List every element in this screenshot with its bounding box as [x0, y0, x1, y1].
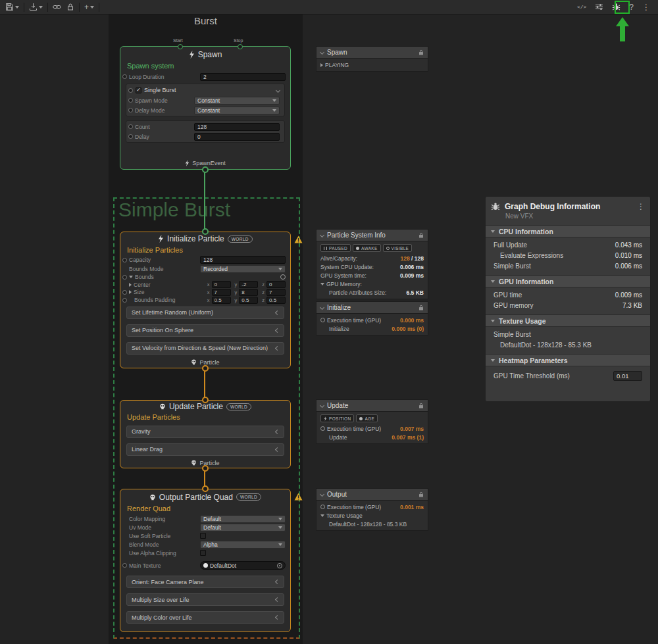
port-dot[interactable] [128, 134, 133, 139]
size-x-field[interactable] [212, 289, 231, 296]
single-burst-checkbox[interactable]: ✓ [136, 87, 141, 93]
psi-header[interactable]: Particle System Info [316, 229, 428, 241]
delay-mode-dropdown[interactable]: Constant [194, 107, 280, 114]
alpha-clipping-checkbox[interactable] [200, 550, 206, 556]
fold-open-icon[interactable] [491, 320, 495, 322]
single-burst-block[interactable]: ✓ Single Burst Spawn Mode Constant Delay… [126, 84, 285, 116]
fold-open-icon[interactable] [491, 230, 495, 233]
fold-open-icon[interactable] [320, 514, 324, 517]
fold-icon[interactable] [320, 233, 324, 237]
update-input-port[interactable] [202, 397, 209, 403]
output-input-port[interactable] [202, 485, 209, 492]
chevron-left-icon[interactable] [275, 597, 280, 602]
initialize-debug-header[interactable]: Initialize [316, 301, 428, 314]
update-node[interactable]: Update Particle WORLD Update Particles G… [120, 400, 291, 468]
texture-usage-section[interactable]: Texture Usage [486, 314, 650, 327]
space-badge[interactable]: WORLD [228, 235, 253, 243]
center-z-field[interactable] [266, 281, 286, 288]
lock-icon[interactable] [418, 49, 424, 55]
center-x-field[interactable] [212, 281, 231, 288]
spawn-node[interactable]: Start Stop Spawn Spawn system Loop Durat… [120, 46, 291, 170]
size-z-field[interactable] [266, 289, 286, 296]
system-group-label[interactable]: Simple Burst [118, 199, 230, 221]
fold-open-icon[interactable] [491, 280, 495, 283]
output-node[interactable]: Output Particle Quad WORLD Render Quad C… [120, 489, 291, 632]
control-settings-button[interactable] [592, 1, 606, 13]
chevron-left-icon[interactable] [275, 429, 280, 433]
block-set-position[interactable]: Set Position On Sphere [126, 324, 284, 337]
space-badge[interactable]: WORLD [236, 493, 261, 501]
lock-icon[interactable] [418, 232, 424, 238]
lock-icon[interactable] [418, 403, 424, 409]
count-field[interactable] [194, 123, 280, 131]
output-debug-header[interactable]: Output [316, 488, 428, 501]
block-multiply-color[interactable]: Multiply Color over Life [126, 611, 284, 624]
menu-button[interactable]: ⋮ [640, 1, 653, 13]
edge-spawn-initialize[interactable] [204, 170, 205, 232]
chevron-down-icon[interactable] [276, 87, 280, 92]
port-dot[interactable] [128, 98, 133, 103]
add-button[interactable]: + [82, 1, 97, 13]
attach-button[interactable] [50, 1, 64, 13]
port-dot[interactable] [122, 290, 127, 295]
port-dot[interactable] [128, 88, 133, 93]
chevron-left-icon[interactable] [275, 447, 280, 451]
port-dot[interactable] [128, 124, 133, 129]
padding-y-field[interactable] [239, 297, 258, 304]
bounds-record-icon[interactable] [280, 274, 286, 280]
update-output-port[interactable] [202, 465, 209, 472]
gpu-time-threshold-field[interactable] [613, 371, 642, 381]
object-picker-icon[interactable] [277, 563, 282, 568]
bounds-mode-dropdown[interactable]: Recorded [200, 265, 286, 273]
loop-duration-field[interactable] [200, 73, 286, 81]
space-badge[interactable]: WORLD [226, 403, 251, 410]
fold-icon[interactable] [320, 403, 324, 408]
chevron-left-icon[interactable] [275, 580, 280, 584]
block-linear-drag[interactable]: Linear Drag [126, 443, 284, 456]
port-dot[interactable] [122, 298, 127, 303]
chevron-left-icon[interactable] [275, 328, 280, 333]
block-orient[interactable]: Orient: Face Camera Plane [126, 576, 284, 588]
edge-initialize-update[interactable] [204, 368, 205, 401]
spawn-output-port[interactable] [202, 166, 209, 173]
fold-open-icon[interactable] [129, 276, 133, 278]
cpu-information-section[interactable]: CPU Information [486, 225, 650, 237]
fold-icon[interactable] [320, 492, 324, 497]
warning-icon[interactable] [294, 235, 303, 243]
capacity-field[interactable] [200, 256, 286, 264]
chevron-left-icon[interactable] [275, 310, 280, 315]
lock-button[interactable] [64, 1, 77, 13]
size-y-field[interactable] [239, 289, 258, 296]
port-dot[interactable] [128, 108, 133, 112]
kebab-icon[interactable]: ⋮ [637, 203, 645, 211]
fold-closed-icon[interactable] [129, 290, 132, 294]
save-button[interactable] [3, 1, 22, 13]
lock-icon[interactable] [418, 305, 424, 310]
chevron-left-icon[interactable] [275, 615, 280, 620]
padding-x-field[interactable] [212, 297, 231, 304]
fold-closed-icon[interactable] [320, 63, 323, 67]
block-set-lifetime[interactable]: Set Lifetime Random (Uniform) [126, 307, 284, 319]
spawn-node-header[interactable]: Spawn [120, 47, 290, 62]
spawn-mode-dropdown[interactable]: Constant [194, 97, 280, 105]
lock-icon[interactable] [418, 491, 424, 497]
uv-mode-dropdown[interactable]: Default [200, 524, 286, 532]
gpu-information-section[interactable]: GPU Information [486, 275, 650, 287]
heatmap-parameters-section[interactable]: Heatmap Parameters [486, 354, 650, 366]
spawn-debug-header[interactable]: Spawn [316, 46, 428, 59]
fold-open-icon[interactable] [320, 283, 324, 285]
padding-z-field[interactable] [266, 297, 286, 304]
port-dot[interactable] [122, 258, 127, 262]
update-debug-header[interactable]: Update [316, 399, 428, 412]
save-as-button[interactable] [26, 1, 45, 13]
fold-icon[interactable] [320, 305, 324, 310]
fold-icon[interactable] [320, 50, 324, 55]
block-multiply-size[interactable]: Multiply Size over Life [126, 593, 284, 606]
warning-icon[interactable] [294, 493, 303, 501]
main-texture-field[interactable]: DefaultDot [200, 561, 286, 570]
fold-closed-icon[interactable] [129, 283, 132, 287]
port-dot[interactable] [122, 563, 127, 568]
port-dot[interactable] [122, 74, 127, 79]
port-dot[interactable] [122, 275, 127, 280]
initialize-output-port[interactable] [202, 365, 209, 372]
